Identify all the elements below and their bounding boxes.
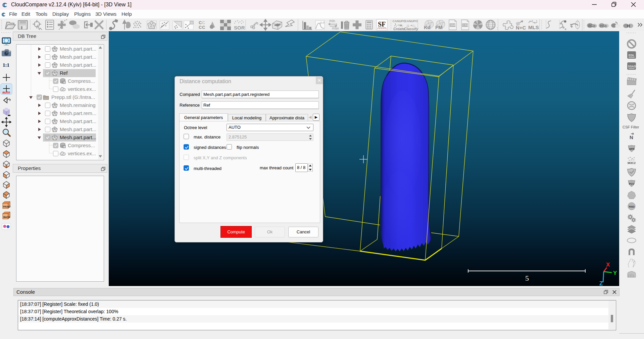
svg-text:H: H (627, 23, 630, 29)
svg-text:C: C (202, 20, 205, 25)
svg-text:Create: Create (393, 27, 405, 31)
svg-text:N: N (630, 134, 633, 140)
svg-text:SF: SF (378, 20, 386, 28)
svg-text:SHP: SHP (450, 23, 456, 27)
svg-text:auto: auto (2, 90, 10, 94)
svg-text:CANUPO: CANUPO (404, 19, 417, 23)
svg-text:PCV: PCV (629, 182, 635, 185)
svg-text:BACK: BACK (3, 216, 10, 218)
svg-text:RSD: RSD (629, 205, 635, 208)
svg-text:CSV: CSV (462, 23, 469, 27)
svg-text:max: max (332, 26, 339, 30)
svg-text:μ,σ: μ,σ (320, 21, 325, 24)
svg-text:SSAO: SSAO (628, 65, 636, 68)
svg-text:CSF Filter: CSF Filter (623, 125, 639, 129)
svg-text:C: C (199, 20, 202, 25)
svg-text:HPR: HPR (629, 148, 635, 151)
svg-text:FM: FM (435, 24, 443, 30)
svg-text:Classify: Classify (404, 27, 418, 31)
svg-text:Kd: Kd (424, 24, 431, 30)
svg-text:RGb: RGb (588, 24, 595, 28)
svg-text:C: C (202, 25, 205, 30)
svg-text:HSb: HSb (600, 24, 607, 28)
svg-text:SOR: SOR (234, 25, 245, 31)
svg-text:Y: Y (613, 270, 617, 276)
svg-text:C: C (199, 25, 202, 30)
svg-text:MLS: MLS (528, 24, 539, 30)
svg-text:CANUPO: CANUPO (392, 19, 405, 23)
svg-text:5: 5 (525, 274, 529, 282)
svg-text:Z: Z (599, 280, 603, 286)
svg-text:X: X (606, 262, 610, 268)
svg-text:N+C: N+C (516, 25, 526, 31)
svg-text:M3C2: M3C2 (628, 161, 636, 165)
svg-text:FRONT: FRONT (3, 206, 10, 208)
svg-text:1:1: 1:1 (3, 62, 9, 68)
svg-text:min: min (329, 19, 335, 23)
svg-text:EDL: EDL (629, 54, 635, 57)
